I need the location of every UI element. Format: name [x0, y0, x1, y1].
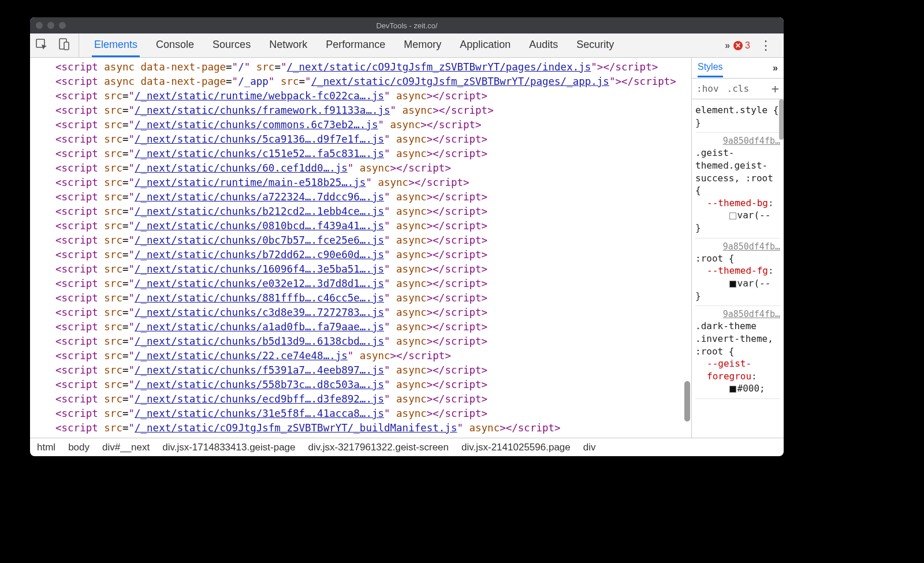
tab-memory[interactable]: Memory [401, 33, 444, 57]
style-rule[interactable]: 9a850df4fb….geist-themed.geist-success, … [695, 133, 780, 238]
elements-scrollbar[interactable] [684, 381, 690, 422]
settings-menu-icon[interactable]: ⋮ [756, 38, 776, 53]
tab-elements[interactable]: Elements [92, 33, 140, 57]
main-toolbar: ElementsConsoleSourcesNetworkPerformance… [30, 33, 784, 58]
error-count: 3 [745, 40, 750, 51]
tab-network[interactable]: Network [267, 33, 310, 57]
inspect-element-icon[interactable] [35, 38, 49, 54]
style-rule[interactable]: element.style {} [695, 102, 780, 133]
more-subtabs-icon[interactable]: » [773, 63, 778, 73]
mac-titlebar: DevTools - zeit.co/ [30, 17, 784, 33]
dom-node-script[interactable]: <script src="/_next/static/chunks/b212cd… [55, 204, 691, 219]
device-toolbar-icon[interactable] [57, 38, 70, 54]
style-rules[interactable]: element.style {}9a850df4fb….geist-themed… [692, 99, 784, 438]
dom-node-script[interactable]: <script src="/_next/static/chunks/b72dd6… [55, 248, 691, 262]
rule-source-link[interactable]: 9a850df4fb… [723, 308, 780, 320]
error-counter[interactable]: ✕ 3 [733, 40, 750, 51]
dom-node-script[interactable]: <script async data-next-page="/_app" src… [55, 74, 691, 89]
styles-scrollbar[interactable] [779, 99, 784, 140]
dom-node-script[interactable]: <script src="/_next/static/chunks/60.cef… [55, 161, 691, 176]
dom-node-script[interactable]: <script src="/_next/static/chunks/a1ad0f… [55, 320, 691, 334]
breadcrumb-item[interactable]: body [68, 442, 90, 453]
styles-subtabs: Styles » [692, 58, 784, 79]
breadcrumb-item[interactable]: div.jsx-3217961322.geist-screen [308, 442, 449, 453]
breadcrumb-item[interactable]: div [583, 442, 596, 453]
svg-rect-2 [64, 42, 69, 50]
color-swatch[interactable] [729, 386, 736, 393]
dom-breadcrumb[interactable]: htmlbodydiv#__nextdiv.jsx-1714833413.gei… [30, 438, 784, 456]
tab-sources[interactable]: Sources [210, 33, 253, 57]
error-icon: ✕ [733, 41, 743, 50]
dom-node-script[interactable]: <script src="/_next/static/chunks/31e5f8… [55, 407, 691, 421]
new-style-rule-icon[interactable]: + [772, 81, 779, 96]
tab-audits[interactable]: Audits [527, 33, 560, 57]
color-swatch[interactable] [729, 212, 736, 219]
dom-node-script[interactable]: <script src="/_next/static/chunks/c3d8e3… [55, 305, 691, 320]
dom-node-script[interactable]: <script src="/_next/static/chunks/common… [55, 118, 691, 132]
panel-tabs: ElementsConsoleSourcesNetworkPerformance… [79, 33, 725, 57]
styles-toolbar: :hov .cls + [692, 79, 784, 99]
dom-node-script[interactable]: <script src="/_next/static/chunks/16096f… [55, 262, 691, 277]
elements-tree[interactable]: <script async data-next-page="/" src="/_… [30, 58, 691, 438]
breadcrumb-item[interactable]: div#__next [102, 442, 150, 453]
dom-node-script[interactable]: <script src="/_next/static/chunks/881fff… [55, 291, 691, 305]
dom-node-script[interactable]: <script src="/_next/static/chunks/0bc7b5… [55, 233, 691, 248]
window-title: DevTools - zeit.co/ [30, 21, 784, 30]
dom-node-script[interactable]: <script src="/_next/static/chunks/f5391a… [55, 363, 691, 378]
tab-security[interactable]: Security [574, 33, 616, 57]
dom-node-script[interactable]: <script src="/_next/static/chunks/ecd9bf… [55, 392, 691, 407]
dom-node-script[interactable]: <script src="/_next/static/chunks/framew… [55, 103, 691, 118]
styles-tab[interactable]: Styles [698, 58, 723, 77]
tab-performance[interactable]: Performance [323, 33, 388, 57]
hov-toggle[interactable]: :hov [696, 83, 719, 94]
dom-node-script[interactable]: <script src="/_next/static/runtime/webpa… [55, 89, 691, 103]
dom-node-script[interactable]: <script src="/_next/static/cO9JtgJsfm_zS… [55, 421, 691, 435]
breadcrumb-item[interactable]: div.jsx-2141025596.page [461, 442, 571, 453]
tab-console[interactable]: Console [154, 33, 196, 57]
rule-source-link[interactable]: 9a850df4fb… [723, 241, 780, 252]
dom-node-script[interactable]: <script async data-next-page="/" src="/_… [55, 60, 691, 74]
cls-toggle[interactable]: .cls [727, 83, 750, 94]
tab-application[interactable]: Application [457, 33, 513, 57]
devtools-window: DevTools - zeit.co/ ElementsConsoleSourc… [30, 17, 784, 456]
dom-node-script[interactable]: <script src="/_next/static/chunks/0810bc… [55, 219, 691, 233]
breadcrumb-item[interactable]: div.jsx-1714833413.geist-page [162, 442, 295, 453]
color-swatch[interactable] [729, 281, 736, 288]
dom-node-script[interactable]: <script src="/_next/static/chunks/e032e1… [55, 277, 691, 291]
style-rule[interactable]: 9a850df4fb….dark-theme .invert-theme, :r… [695, 306, 780, 399]
styles-panel: Styles » :hov .cls + element.style {}9a8… [691, 58, 784, 438]
dom-node-script[interactable]: <script src="/_next/static/chunks/a72232… [55, 190, 691, 204]
dom-node-script[interactable]: <script src="/_next/static/chunks/5ca913… [55, 132, 691, 147]
breadcrumb-item[interactable]: html [37, 442, 55, 453]
dom-node-script[interactable]: <script src="/_next/static/chunks/558b73… [55, 378, 691, 392]
dom-node-script[interactable]: <script src="/_next/static/chunks/b5d13d… [55, 334, 691, 349]
more-tabs-icon[interactable]: » [725, 40, 730, 51]
dom-node-script[interactable]: <script src="/_next/static/chunks/c151e5… [55, 147, 691, 161]
rule-source-link[interactable]: 9a850df4fb… [723, 135, 780, 147]
style-rule[interactable]: 9a850df4fb…:root {--themed-fg: var(--} [695, 238, 780, 307]
dom-node-script[interactable]: <script src="/_next/static/chunks/22.ce7… [55, 349, 691, 363]
dom-node-script[interactable]: <script src="/_next/static/runtime/main-… [55, 176, 691, 190]
